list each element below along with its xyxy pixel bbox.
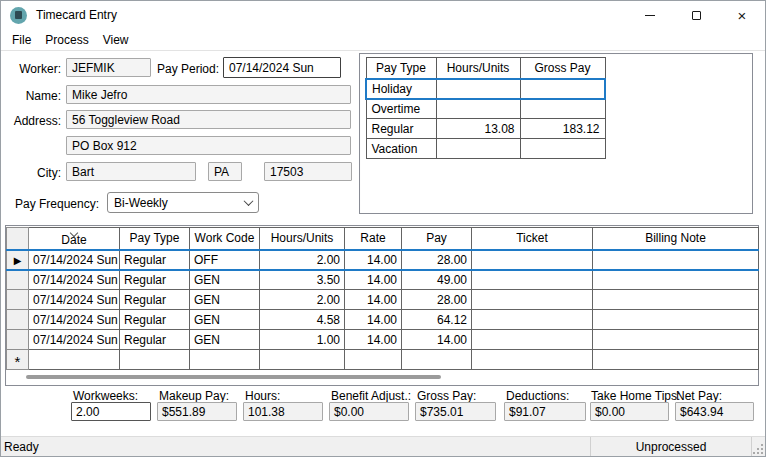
grid-cell[interactable]: 14.00 [345, 310, 402, 330]
pay-summary-row-overtime[interactable]: Overtime [366, 99, 605, 119]
row-selector[interactable]: * [7, 350, 29, 370]
pay-summary-cell[interactable]: Vacation [366, 139, 436, 159]
zip-field[interactable]: 17503 [264, 162, 352, 181]
menu-file[interactable]: File [5, 31, 38, 49]
grid-cell[interactable] [260, 350, 345, 370]
address-field[interactable]: 56 Toggleview Road [66, 110, 351, 129]
workweeks-field[interactable]: 2.00 [71, 402, 151, 421]
pay-summary-row-holiday[interactable]: Holiday [366, 79, 605, 99]
grid-header-paytype[interactable]: Pay Type [120, 228, 190, 250]
pay-summary-cell[interactable]: Holiday [366, 79, 436, 99]
close-button[interactable]: × [719, 1, 765, 29]
grid-cell[interactable]: 14.00 [402, 330, 472, 350]
pay-summary-header-paytype[interactable]: Pay Type [366, 58, 436, 79]
grid-cell[interactable]: 07/14/2024 Sun [29, 250, 120, 270]
grid-cell[interactable]: 28.00 [402, 290, 472, 310]
row-selector[interactable] [7, 330, 29, 350]
grid-cell[interactable] [120, 350, 190, 370]
pay-summary-header-gross[interactable]: Gross Pay [520, 58, 605, 79]
grid-cell[interactable]: Regular [120, 270, 190, 290]
grid-header-pay[interactable]: Pay [402, 228, 472, 250]
grid-cell[interactable]: 07/14/2024 Sun [29, 290, 120, 310]
table-row-new[interactable]: * [7, 350, 759, 370]
grid-cell[interactable]: 2.00 [260, 290, 345, 310]
pay-summary-cell[interactable] [520, 79, 605, 99]
grid-header-rate[interactable]: Rate [345, 228, 402, 250]
grid-cell[interactable] [593, 330, 759, 350]
grid-cell[interactable] [593, 250, 759, 270]
menu-view[interactable]: View [96, 31, 136, 49]
grid-cell[interactable]: 14.00 [345, 290, 402, 310]
table-row[interactable]: 07/14/2024 Sun Regular GEN 1.00 14.00 14… [7, 330, 759, 350]
grid-cell[interactable] [29, 350, 120, 370]
grid-cell[interactable]: Regular [120, 310, 190, 330]
grid-cell[interactable]: 14.00 [345, 270, 402, 290]
maximize-button[interactable] [673, 1, 719, 29]
grid-cell[interactable]: GEN [190, 310, 260, 330]
grid-cell[interactable] [402, 350, 472, 370]
grid-cell[interactable] [472, 310, 593, 330]
grid-cell[interactable]: GEN [190, 290, 260, 310]
grid-cell[interactable] [345, 350, 402, 370]
table-row[interactable]: 07/14/2024 Sun Regular GEN 3.50 14.00 49… [7, 270, 759, 290]
pay-summary-cell[interactable]: 183.12 [520, 119, 605, 139]
pay-summary-cell[interactable] [520, 99, 605, 119]
city-field[interactable]: Bart [66, 162, 196, 181]
row-selector[interactable] [7, 290, 29, 310]
address2-field[interactable]: PO Box 912 [66, 136, 351, 155]
grid-cell[interactable]: GEN [190, 270, 260, 290]
minimize-button[interactable] [627, 1, 673, 29]
grid-cell[interactable] [593, 270, 759, 290]
grid-cell[interactable] [593, 290, 759, 310]
pay-summary-cell[interactable] [520, 139, 605, 159]
grid-cell[interactable] [593, 350, 759, 370]
grid-cell[interactable]: 07/14/2024 Sun [29, 330, 120, 350]
grid-cell[interactable] [593, 310, 759, 330]
grid-cell[interactable]: Regular [120, 290, 190, 310]
pay-period-field[interactable]: 07/14/2024 Sun [223, 57, 341, 78]
grid-cell[interactable]: OFF [190, 250, 260, 270]
grid-cell[interactable] [472, 250, 593, 270]
grid-header-date[interactable]: Date [29, 228, 120, 250]
grid-header-ticket[interactable]: Ticket [472, 228, 593, 250]
grid-cell[interactable] [190, 350, 260, 370]
grid-cell[interactable]: 2.00 [260, 250, 345, 270]
horizontal-scrollbar[interactable] [26, 375, 441, 379]
grid-cell[interactable]: 07/14/2024 Sun [29, 270, 120, 290]
pay-summary-cell[interactable] [436, 79, 520, 99]
grid-cell[interactable]: Regular [120, 330, 190, 350]
grid-header-hours[interactable]: Hours/Units [260, 228, 345, 250]
pay-summary-cell[interactable]: 13.08 [436, 119, 520, 139]
state-field[interactable]: PA [208, 162, 242, 181]
grid-cell[interactable]: 1.00 [260, 330, 345, 350]
grid-cell[interactable]: 07/14/2024 Sun [29, 310, 120, 330]
row-selector[interactable]: ▶ [7, 250, 29, 270]
grid-cell[interactable]: 49.00 [402, 270, 472, 290]
grid-cell[interactable] [472, 270, 593, 290]
pay-summary-cell[interactable]: Overtime [366, 99, 436, 119]
table-row[interactable]: 07/14/2024 Sun Regular GEN 4.58 14.00 64… [7, 310, 759, 330]
row-selector[interactable] [7, 270, 29, 290]
grid-cell[interactable]: Regular [120, 250, 190, 270]
grid-cell[interactable] [472, 290, 593, 310]
pay-summary-cell[interactable]: Regular [366, 119, 436, 139]
grid-cell[interactable]: 14.00 [345, 250, 402, 270]
pay-summary-row-regular[interactable]: Regular 13.08 183.12 [366, 119, 605, 139]
pay-summary-cell[interactable] [436, 99, 520, 119]
grid-cell[interactable]: 3.50 [260, 270, 345, 290]
resize-grip-icon[interactable] [753, 444, 763, 454]
menu-process[interactable]: Process [38, 31, 95, 49]
grid-header-workcode[interactable]: Work Code [190, 228, 260, 250]
pay-summary-header-hours[interactable]: Hours/Units [436, 58, 520, 79]
pay-summary-row-vacation[interactable]: Vacation [366, 139, 605, 159]
grid-cell[interactable] [472, 330, 593, 350]
name-field[interactable]: Mike Jefro [66, 85, 351, 104]
grid-cell[interactable]: GEN [190, 330, 260, 350]
grid-cell[interactable]: 14.00 [345, 330, 402, 350]
grid-cell[interactable]: 28.00 [402, 250, 472, 270]
table-row[interactable]: 07/14/2024 Sun Regular GEN 2.00 14.00 28… [7, 290, 759, 310]
pay-summary-cell[interactable] [436, 139, 520, 159]
grid-cell[interactable] [472, 350, 593, 370]
grid-cell[interactable]: 4.58 [260, 310, 345, 330]
table-row[interactable]: ▶ 07/14/2024 Sun Regular OFF 2.00 14.00 … [7, 250, 759, 270]
